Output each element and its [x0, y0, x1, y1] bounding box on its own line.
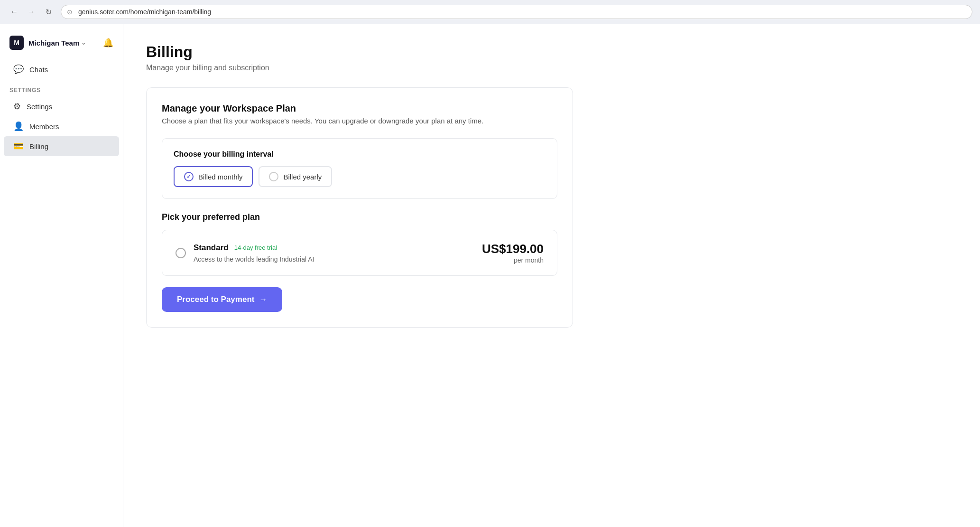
- price-period: per month: [482, 256, 544, 264]
- settings-section-label: SETTINGS: [0, 79, 123, 96]
- plan-details-standard: Standard 14-day free trial Access to the…: [194, 243, 474, 263]
- plan-price: US$199.00 per month: [482, 242, 544, 264]
- workspace-name: Michigan Team ⌄: [28, 39, 86, 47]
- price-amount: US$199.00: [482, 242, 544, 256]
- sidebar: M Michigan Team ⌄ 🔔 💬 Chats SETTINGS ⚙ S…: [0, 24, 123, 527]
- sidebar-item-chats[interactable]: 💬 Chats: [4, 59, 119, 79]
- sidebar-item-members[interactable]: 👤 Members: [4, 116, 119, 136]
- arrow-icon: →: [259, 295, 267, 304]
- address-icon: ⊙: [67, 8, 73, 16]
- sidebar-item-settings[interactable]: ⚙ Settings: [4, 96, 119, 116]
- refresh-button[interactable]: ↻: [42, 5, 55, 19]
- url-text: genius.soter.com/home/michigan-team/bill…: [78, 8, 211, 16]
- chevron-down-icon: ⌄: [81, 39, 86, 46]
- radio-monthly: [184, 172, 194, 181]
- billing-option-monthly[interactable]: Billed monthly: [174, 166, 253, 187]
- bell-icon[interactable]: 🔔: [103, 38, 113, 48]
- sidebar-item-label-settings: Settings: [27, 103, 52, 111]
- sidebar-header: M Michigan Team ⌄ 🔔: [0, 32, 123, 59]
- workspace-avatar: M: [9, 36, 24, 50]
- plan-card-title: Manage your Workspace Plan: [162, 103, 557, 114]
- card-icon: 💳: [13, 141, 24, 151]
- billing-option-monthly-label: Billed monthly: [198, 173, 242, 181]
- gear-icon: ⚙: [13, 101, 21, 112]
- address-bar[interactable]: ⊙ genius.soter.com/home/michigan-team/bi…: [61, 5, 972, 19]
- sidebar-item-billing[interactable]: 💳 Billing: [4, 136, 119, 156]
- billing-option-yearly-label: Billed yearly: [283, 173, 322, 181]
- sidebar-item-label-members: Members: [29, 122, 59, 131]
- chat-icon: 💬: [13, 64, 24, 75]
- billing-options: Billed monthly Billed yearly: [174, 166, 545, 187]
- plan-name-row: Standard 14-day free trial: [194, 243, 474, 253]
- page-title: Billing: [146, 43, 957, 61]
- nav-buttons: ← → ↻: [8, 5, 55, 19]
- back-button[interactable]: ←: [8, 5, 21, 19]
- billing-interval-label: Choose your billing interval: [174, 150, 545, 159]
- workspace-info[interactable]: M Michigan Team ⌄: [9, 36, 86, 50]
- main-content: Billing Manage your billing and subscrip…: [123, 24, 980, 527]
- sidebar-item-label-chats: Chats: [29, 66, 48, 74]
- plan-radio-standard: [176, 248, 186, 258]
- plan-option-standard[interactable]: Standard 14-day free trial Access to the…: [162, 230, 557, 276]
- billing-interval-box: Choose your billing interval Billed mont…: [162, 138, 557, 199]
- browser-chrome: ← → ↻ ⊙ genius.soter.com/home/michigan-t…: [0, 0, 980, 24]
- plan-name: Standard: [194, 243, 229, 253]
- free-trial-badge: 14-day free trial: [234, 244, 277, 251]
- person-icon: 👤: [13, 121, 24, 132]
- plan-card-description: Choose a plan that fits your workspace's…: [162, 117, 557, 125]
- app-layout: M Michigan Team ⌄ 🔔 💬 Chats SETTINGS ⚙ S…: [0, 24, 980, 527]
- billing-option-yearly[interactable]: Billed yearly: [259, 166, 332, 187]
- proceed-to-payment-button[interactable]: Proceed to Payment →: [162, 287, 282, 312]
- sidebar-item-label-billing: Billing: [29, 142, 48, 151]
- plan-card: Manage your Workspace Plan Choose a plan…: [146, 87, 573, 328]
- radio-yearly: [269, 172, 278, 181]
- plan-description: Access to the worlds leading Industrial …: [194, 255, 474, 263]
- proceed-button-label: Proceed to Payment: [177, 295, 254, 304]
- plan-picker-label: Pick your preferred plan: [162, 212, 557, 222]
- forward-button[interactable]: →: [25, 5, 38, 19]
- page-subtitle: Manage your billing and subscription: [146, 64, 957, 72]
